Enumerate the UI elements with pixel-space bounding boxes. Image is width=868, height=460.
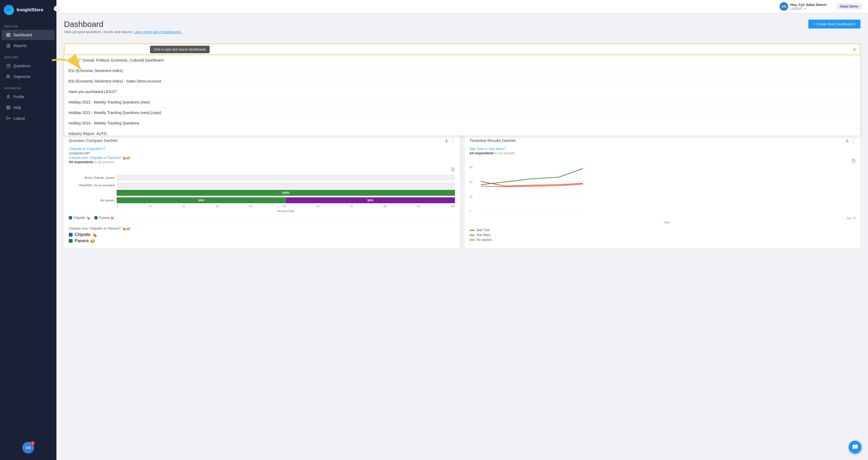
dropdown-item-1[interactable]: ESI (Economic Sentiment Index) xyxy=(64,66,860,76)
move-icon[interactable]: ✛ xyxy=(444,138,448,144)
svg-point-8 xyxy=(7,75,8,76)
page-title: Dashboard xyxy=(64,20,182,29)
svg-line-14 xyxy=(9,106,10,107)
dropdown-item-5[interactable]: Holiday 2022 - Weekly Tracking Questions… xyxy=(64,108,860,118)
user-icon xyxy=(6,94,11,99)
question-link-qc[interactable]: Chipotle or ChipotNAY? xyxy=(69,147,455,151)
log-out-icon xyxy=(6,116,11,121)
logout-link[interactable]: LOGOUT ↪ xyxy=(790,7,827,10)
sidebar-item-dashboard[interactable]: Dashboard xyxy=(2,30,55,40)
sidebar-collapse-button[interactable]: ‹ xyxy=(54,6,59,11)
more-icon[interactable]: ⋮ xyxy=(450,138,455,144)
content-top-row: Dashboard View grouped questions, result… xyxy=(64,20,861,39)
sub-question-label: Choose one: Chipotle or Panera? 🍗🥪 xyxy=(69,226,455,231)
avatar[interactable]: CS 1 xyxy=(22,442,34,454)
search-input-wrapper: ∨ xyxy=(64,43,861,55)
bar-label-1: ChipotNAY, it's so overrated xyxy=(69,184,115,187)
logo-icon: CS xyxy=(4,5,14,15)
sidebar-item-segments[interactable]: Segments xyxy=(2,71,55,82)
dropdown-item-0[interactable]: "SPEC" (Social, Political, Economic, Cul… xyxy=(64,55,860,66)
chat-icon xyxy=(852,444,858,450)
svg-point-9 xyxy=(7,95,9,96)
sidebar-item-reports-label: Reports xyxy=(13,43,27,48)
bar-track-1 xyxy=(117,182,455,188)
sidebar-item-help[interactable]: Help xyxy=(2,102,55,113)
sidebar-item-logout[interactable]: Logout xyxy=(2,113,55,123)
label-panera-sub: Panera 🥪 xyxy=(75,238,95,243)
logo-text: InsightStore xyxy=(17,7,43,12)
sidebar-item-profile[interactable]: Profile xyxy=(2,92,55,102)
dropdown-item-6[interactable]: Holiday 2023 - Weekly Tracking Questions xyxy=(64,118,860,128)
sidebar-logo: CS InsightStore ‹ xyxy=(0,0,56,20)
top-header: CN Hey, Cyn Sales Demo! LOGOUT ↪ Sales D… xyxy=(56,0,868,13)
life-buoy-icon xyxy=(6,105,11,110)
x-date-label: Sep '15 xyxy=(846,217,856,220)
dropdown-item-2[interactable]: ESI (Economic Sentiment Index) - Sales D… xyxy=(64,76,860,87)
sidebar-item-dashboard-label: Dashboard xyxy=(13,33,32,37)
sidebar-section-explore: EXPLORE xyxy=(0,51,56,61)
y-label-0: 0 xyxy=(469,210,477,213)
svg-rect-2 xyxy=(7,35,8,36)
label-chipotle-sub: Chipotle 🍗 xyxy=(75,232,97,237)
dash-star-trek xyxy=(469,230,475,231)
line-chart-container: 60 40 20 0 xyxy=(469,166,856,220)
dashlet-subtitle-qc: All respondents in my account xyxy=(69,160,455,164)
sidebar-section-analyze: ANALYZE xyxy=(0,20,56,30)
question-link-tv[interactable]: Star Trek or Star Wars? xyxy=(469,147,856,151)
sidebar-item-questions-label: Questions xyxy=(13,64,30,68)
sidebar-item-help-label: Help xyxy=(13,105,21,110)
y-label-20: 20 xyxy=(469,195,477,198)
legend-panera-row: Panera 🥪 xyxy=(69,238,455,243)
bar-chart-qc: All the Chipotle, please ChipotNAY, it's… xyxy=(69,175,455,203)
logout-icon: ↪ xyxy=(804,7,806,10)
search-input[interactable] xyxy=(68,47,853,52)
bar-track-3: 50% 50% xyxy=(117,197,455,203)
dashlet-header-tv: Timeview Results Dashlet ✛ ⋮ xyxy=(469,138,856,144)
bar-track-2: 100% xyxy=(117,190,455,196)
label-star-trek: Star Trek xyxy=(476,228,490,232)
compare-link-qc[interactable]: Choose one: Chipotle or Panera? 🍗🥪 xyxy=(69,156,455,160)
bar-label-0: All the Chipotle, please xyxy=(69,176,115,179)
chat-button[interactable] xyxy=(849,441,862,454)
user-avatar: CN xyxy=(780,2,788,11)
dashlet-header-qc: Question Compare Dashlet ✛ ⋮ xyxy=(69,138,455,144)
dropdown-item-4[interactable]: Holiday 2022 - Weekly Tracking Questions… xyxy=(64,97,860,108)
main-content: CN Hey, Cyn Sales Demo! LOGOUT ↪ Sales D… xyxy=(56,0,868,460)
dashlet-title-qc: Question Compare Dashlet xyxy=(69,138,118,143)
dashlet-actions-tv: ✛ ⋮ xyxy=(845,138,856,144)
svg-rect-0 xyxy=(7,33,8,35)
sidebar-item-profile-label: Profile xyxy=(13,95,24,99)
sidebar-item-segments-label: Segments xyxy=(13,74,30,79)
more-icon-tv[interactable]: ⋮ xyxy=(851,138,856,144)
move-icon-tv[interactable]: ✛ xyxy=(845,138,849,144)
menu-icon-qc[interactable]: ☰ xyxy=(451,167,455,173)
legend-chipotle-row: Chipotle 🍗 xyxy=(69,232,455,237)
sidebar-item-questions[interactable]: Questions xyxy=(2,61,55,71)
dashlet-title-tv: Timeview Results Dashlet xyxy=(469,138,516,143)
learn-more-link[interactable]: Learn more about dashboards. xyxy=(134,30,182,34)
create-dashboard-button[interactable]: + Create New Dashboard ▾ xyxy=(808,20,861,29)
label-star-wars: Star Wars xyxy=(476,233,491,237)
legend-star-wars: Star Wars xyxy=(469,233,856,237)
grid-icon xyxy=(6,33,11,37)
svg-rect-1 xyxy=(9,33,10,35)
x-axis-label: Date xyxy=(664,221,670,224)
user-greeting: Hey, Cyn Sales Demo! xyxy=(790,3,827,7)
y-label-60: 60 xyxy=(469,166,477,169)
sidebar-section-advanced: ADVANCED xyxy=(0,82,56,91)
svg-point-11 xyxy=(7,107,9,108)
chart-legend-qc: Chipotle 🍗 Panera 🥪 xyxy=(69,216,455,220)
sidebar-item-reports[interactable]: Reports xyxy=(2,40,55,51)
menu-icon-tv[interactable]: ☰ xyxy=(851,158,856,164)
svg-line-13 xyxy=(9,108,10,109)
line-chart-legend: Star Trek Star Wars No opinion xyxy=(469,228,856,242)
dashlet-actions-qc: ✛ ⋮ xyxy=(444,138,455,144)
svg-rect-3 xyxy=(9,35,10,36)
dropdown-item-3[interactable]: Have you purchased LEGO? xyxy=(64,87,860,97)
svg-line-15 xyxy=(7,108,8,109)
bar-track-0 xyxy=(117,175,455,181)
users-icon xyxy=(6,74,11,79)
legend-dot-panera xyxy=(94,216,98,219)
sidebar-item-logout-label: Logout xyxy=(13,116,25,120)
dropdown-item-7[interactable]: Industry Report_AUTO xyxy=(64,128,860,136)
